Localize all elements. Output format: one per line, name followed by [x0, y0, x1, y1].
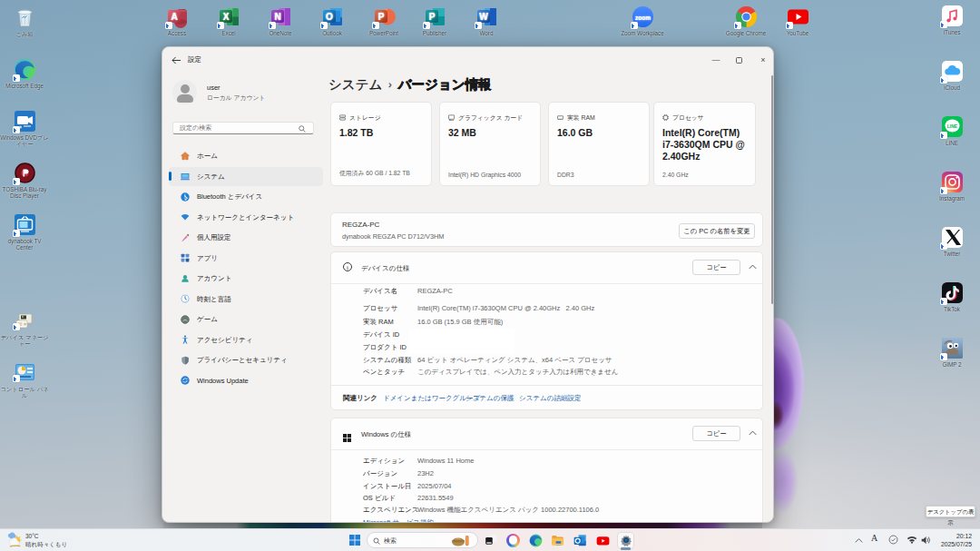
svg-text:W: W: [479, 12, 488, 22]
svg-text:N: N: [274, 12, 280, 22]
svg-text:A: A: [171, 12, 177, 22]
svg-text:O: O: [326, 12, 333, 22]
svg-text:zoom: zoom: [635, 15, 651, 21]
svg-text:P: P: [377, 12, 384, 22]
svg-text:P: P: [428, 12, 435, 22]
svg-text:X: X: [222, 12, 229, 22]
svg-text:LINE: LINE: [946, 123, 957, 129]
